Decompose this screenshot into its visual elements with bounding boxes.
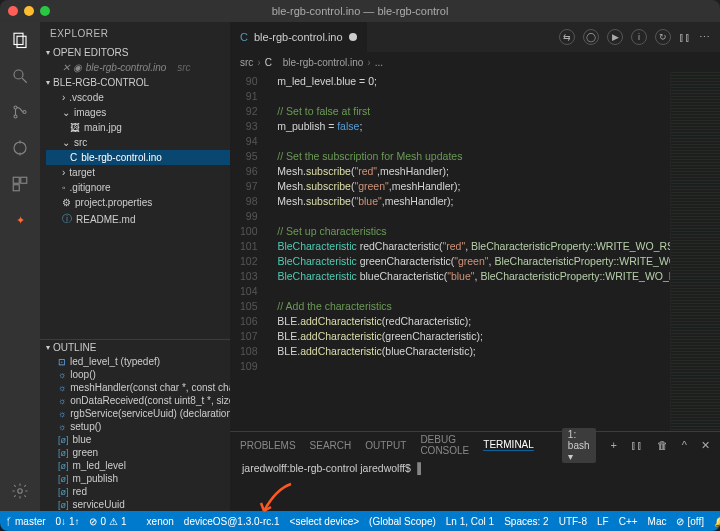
- circle-icon[interactable]: ◯: [583, 29, 599, 45]
- project-header[interactable]: ▾BLE-RGB-CONTROL: [40, 75, 230, 90]
- dirty-indicator-icon: [349, 33, 357, 41]
- window-title: ble-rgb-control.ino — ble-rgb-control: [0, 5, 720, 17]
- svg-point-6: [23, 111, 26, 114]
- kill-terminal-icon[interactable]: 🗑: [657, 439, 668, 451]
- outline-item[interactable]: ☼rgbService(serviceUuid) (declaration): [40, 407, 230, 420]
- status-language[interactable]: C++: [619, 516, 638, 527]
- play-icon[interactable]: ▶: [607, 29, 623, 45]
- outline-header[interactable]: ▾OUTLINE: [40, 340, 230, 355]
- file-mainjpg[interactable]: 🖼 main.jpg: [46, 120, 230, 135]
- outline-item[interactable]: [ø]green: [40, 446, 230, 459]
- status-errors[interactable]: ⊘0 ⚠1: [89, 516, 126, 527]
- outline-label: OUTLINE: [53, 342, 96, 353]
- terminal-body[interactable]: jaredwolff:ble-rgb-control jaredwolff$ ▌: [230, 458, 720, 478]
- folder-src[interactable]: ⌄ src: [46, 135, 230, 150]
- status-lncol[interactable]: Ln 1, Col 1: [446, 516, 494, 527]
- bottom-panel: PROBLEMS SEARCH OUTPUT DEBUG CONSOLE TER…: [230, 431, 720, 511]
- folder-vscode[interactable]: › .vscode: [46, 90, 230, 105]
- file-ble-rgb-control[interactable]: C ble-rgb-control.ino: [46, 150, 230, 165]
- folder-target[interactable]: › target: [46, 165, 230, 180]
- panel-tab-search[interactable]: SEARCH: [310, 440, 352, 451]
- svg-line-3: [22, 78, 27, 83]
- maximize-panel-icon[interactable]: ^: [682, 439, 687, 451]
- open-editors-label: OPEN EDITORS: [53, 47, 128, 58]
- file-project-properties[interactable]: ⚙ project.properties: [46, 195, 230, 210]
- status-eol[interactable]: LF: [597, 516, 609, 527]
- status-bell-icon[interactable]: 🔔: [714, 516, 720, 527]
- scm-icon[interactable]: [10, 102, 30, 122]
- chevron-down-icon: ▾: [46, 48, 50, 57]
- outline-item[interactable]: ☼loop(): [40, 368, 230, 381]
- outline-item[interactable]: [ø]red: [40, 485, 230, 498]
- sidebar: EXPLORER ▾OPEN EDITORS ✕ ◉ ble-rgb-contr…: [40, 22, 230, 511]
- svg-rect-12: [13, 185, 19, 191]
- open-editors-header[interactable]: ▾OPEN EDITORS: [40, 45, 230, 60]
- svg-point-7: [14, 142, 26, 154]
- status-bar: ᚶ master 0↓ 1↑ ⊘0 ⚠1 xenon deviceOS@1.3.…: [0, 511, 720, 531]
- titlebar: ble-rgb-control.ino — ble-rgb-control: [0, 0, 720, 22]
- outline-item[interactable]: ☼onDataReceived(const uint8_t *, size_t,…: [40, 394, 230, 407]
- compare-icon[interactable]: ⇆: [559, 29, 575, 45]
- panel-tab-terminal[interactable]: TERMINAL: [483, 439, 534, 451]
- status-scope[interactable]: (Global Scope): [369, 516, 436, 527]
- editor-tabs: Cble-rgb-control.ino ⇆ ◯ ▶ i ↻ ⫿⫿ ⋯: [230, 22, 720, 52]
- refresh-icon[interactable]: ↻: [655, 29, 671, 45]
- sidebar-title: EXPLORER: [40, 22, 230, 45]
- breadcrumbs[interactable]: src› C ble-rgb-control.ino› ...: [230, 52, 720, 72]
- line-gutter: 9091929394959697989910010110210310410510…: [230, 72, 264, 431]
- file-gitignore[interactable]: ◦ .gitignore: [46, 180, 230, 195]
- project-label: BLE-RGB-CONTROL: [53, 77, 149, 88]
- activity-bar: ✦: [0, 22, 40, 511]
- crumb[interactable]: src: [240, 57, 253, 68]
- split-terminal-icon[interactable]: ⫿⫿: [631, 439, 643, 451]
- crumb[interactable]: ble-rgb-control.ino: [283, 57, 364, 68]
- status-sync[interactable]: 0↓ 1↑: [56, 516, 80, 527]
- extensions-icon[interactable]: [10, 174, 30, 194]
- svg-rect-11: [21, 177, 27, 183]
- outline-item[interactable]: [ø]blue: [40, 433, 230, 446]
- status-off[interactable]: ⊘ [off]: [676, 516, 704, 527]
- new-terminal-icon[interactable]: +: [610, 439, 616, 451]
- code-content[interactable]: m_led_level.blue = 0; // Set to false at…: [264, 72, 670, 431]
- svg-point-2: [14, 70, 23, 79]
- tab-actions: ⇆ ◯ ▶ i ↻ ⫿⫿ ⋯: [549, 22, 720, 52]
- particle-icon[interactable]: ✦: [10, 210, 30, 230]
- explorer-icon[interactable]: [10, 30, 30, 50]
- settings-icon[interactable]: [10, 481, 30, 501]
- outline-item[interactable]: [ø]m_publish: [40, 472, 230, 485]
- split-icon[interactable]: ⫿⫿: [679, 31, 691, 43]
- svg-rect-10: [13, 177, 19, 183]
- svg-rect-1: [17, 36, 26, 47]
- file-readme[interactable]: ⓘ README.md: [46, 210, 230, 228]
- status-spaces[interactable]: Spaces: 2: [504, 516, 548, 527]
- svg-point-13: [18, 489, 23, 494]
- open-editor-item[interactable]: ✕ ◉ ble-rgb-control.ino src: [46, 60, 230, 75]
- panel-tab-debug[interactable]: DEBUG CONSOLE: [420, 434, 469, 456]
- panel-tab-output[interactable]: OUTPUT: [365, 440, 406, 451]
- status-os[interactable]: Mac: [648, 516, 667, 527]
- outline-item[interactable]: ☼meshHandler(const char *, const char *): [40, 381, 230, 394]
- svg-point-5: [14, 115, 17, 118]
- outline-item[interactable]: ☼setup(): [40, 420, 230, 433]
- main-area: Cble-rgb-control.ino ⇆ ◯ ▶ i ↻ ⫿⫿ ⋯ src›…: [230, 22, 720, 511]
- minimap[interactable]: [670, 72, 720, 431]
- code-editor[interactable]: 9091929394959697989910010110210310410510…: [230, 72, 670, 431]
- tab-label: ble-rgb-control.ino: [254, 31, 343, 43]
- status-branch[interactable]: ᚶ master: [6, 516, 46, 527]
- search-icon[interactable]: [10, 66, 30, 86]
- status-deviceos[interactable]: deviceOS@1.3.0-rc.1: [184, 516, 280, 527]
- crumb[interactable]: ...: [375, 57, 383, 68]
- close-panel-icon[interactable]: ✕: [701, 439, 710, 452]
- more-icon[interactable]: ⋯: [699, 31, 710, 44]
- outline-item[interactable]: [ø]serviceUuid: [40, 498, 230, 511]
- folder-images[interactable]: ⌄ images: [46, 105, 230, 120]
- status-device[interactable]: <select device>: [290, 516, 360, 527]
- status-encoding[interactable]: UTF-8: [559, 516, 587, 527]
- info-icon[interactable]: i: [631, 29, 647, 45]
- status-target[interactable]: xenon: [147, 516, 174, 527]
- debug-icon[interactable]: [10, 138, 30, 158]
- outline-item[interactable]: [ø]m_led_level: [40, 459, 230, 472]
- tab-file[interactable]: Cble-rgb-control.ino: [230, 22, 368, 52]
- panel-tab-problems[interactable]: PROBLEMS: [240, 440, 296, 451]
- outline-item[interactable]: ⊡led_level_t (typedef): [40, 355, 230, 368]
